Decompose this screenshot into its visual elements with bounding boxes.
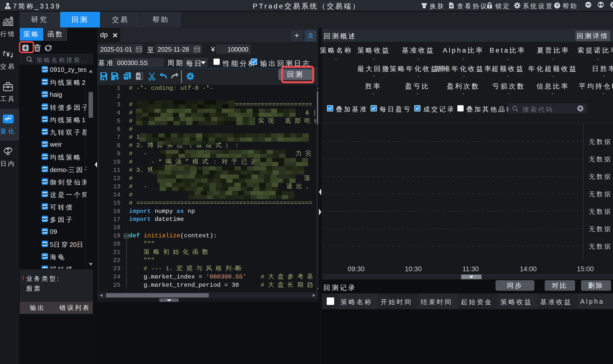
svg-text:?: ? [556, 3, 559, 8]
svg-text:¥: ¥ [6, 51, 10, 58]
